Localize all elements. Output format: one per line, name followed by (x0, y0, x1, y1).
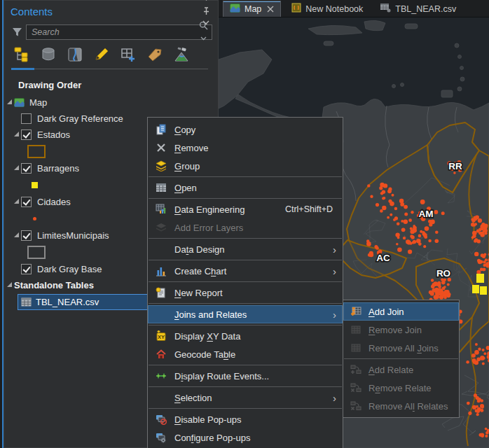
menu-item-add-error-layers: Add Error Layers (148, 218, 343, 237)
pin-icon[interactable] (200, 5, 212, 18)
group-layers-icon (153, 160, 169, 172)
expander-icon[interactable] (14, 199, 19, 204)
state-label-rr: RR (448, 161, 462, 172)
join-gray-icon (348, 342, 364, 354)
submenu-arrow-icon: › (333, 393, 336, 403)
menu-item-remove-relate: Remove Relate (343, 379, 459, 397)
menu-item-create-chart[interactable]: Create Chart› (148, 262, 343, 280)
toolbar-tab-editing[interactable] (91, 46, 112, 64)
menu-item-geocode-table[interactable]: Geocode Table (148, 345, 343, 363)
visibility-checkbox[interactable] (21, 113, 32, 124)
toolbar-tab-perspective[interactable] (171, 46, 192, 64)
menu-item-selection[interactable]: Selection› (148, 388, 343, 407)
menu-separator (149, 303, 342, 304)
search-box (26, 24, 212, 40)
menu-separator (149, 408, 342, 409)
report-icon (153, 287, 169, 298)
menu-item-add-join[interactable]: Add Join (343, 302, 459, 321)
map-thumb-icon (230, 4, 240, 15)
symbol-rect-orange[interactable] (27, 145, 46, 158)
menu-separator (344, 358, 458, 359)
state-label-am: AM (419, 209, 434, 219)
view-tab-bar: MapNew NotebookTBL_NEAR.csv (219, 0, 489, 18)
layer-context-menu: CopyRemoveGroupOpenData EngineeringCtrl+… (147, 117, 343, 448)
contents-pane-header: Contents (4, 1, 218, 22)
submenu-arrow-icon: › (333, 309, 336, 320)
menu-separator (149, 386, 342, 387)
menu-item-data-design[interactable]: Data Design› (148, 240, 343, 258)
chevron-down-small-icon[interactable] (198, 32, 208, 45)
error-layers-icon (153, 222, 169, 233)
symbol-dot-orange[interactable] (33, 217, 36, 220)
view-tab-new-notebook[interactable]: New Notebook (285, 1, 369, 17)
expander-icon[interactable] (14, 165, 19, 170)
remove-relate-icon (348, 382, 364, 393)
menu-item-copy[interactable]: Copy (148, 120, 343, 139)
toolbar-tab-labeling[interactable] (144, 46, 165, 64)
symbol-square-yellow[interactable] (32, 182, 38, 188)
drawing-order-label: Drawing Order (18, 80, 218, 90)
expander-icon[interactable] (14, 132, 19, 136)
chart-icon (153, 265, 169, 276)
toolbar-tab-drawing-order[interactable] (11, 46, 32, 64)
svg-text:XY: XY (158, 334, 165, 340)
toolbar-active-underline (11, 68, 208, 70)
menu-item-display-route-events[interactable]: Display Route Events... (148, 367, 343, 385)
search-input[interactable] (30, 27, 197, 38)
chevron-down-icon[interactable] (200, 0, 212, 5)
state-label-ac: AC (376, 253, 390, 263)
add-join-icon (348, 306, 364, 317)
view-tab-map[interactable]: Map (223, 1, 281, 17)
menu-item-joins-and-relates[interactable]: Joins and Relates› (148, 305, 343, 323)
submenu-arrow-icon: › (333, 266, 336, 276)
toolbar-tab-data-source[interactable] (38, 46, 59, 64)
geocode-icon (153, 349, 169, 360)
menu-item-group[interactable]: Group (148, 157, 343, 175)
menu-item-new-report[interactable]: New Report (148, 284, 343, 302)
visibility-checkbox[interactable] (21, 230, 32, 241)
menu-separator (149, 198, 342, 199)
expander-icon[interactable] (14, 232, 19, 237)
visibility-checkbox[interactable] (21, 264, 32, 274)
map-thumb-icon (14, 98, 25, 107)
view-tab-tbl-near-csv[interactable]: TBL_NEAR.csv (373, 1, 462, 17)
close-tab-icon[interactable] (267, 6, 274, 13)
menu-separator (149, 176, 342, 177)
data-engineering-icon (153, 204, 169, 215)
join-gray-icon (348, 324, 364, 335)
menu-item-open[interactable]: Open (148, 178, 343, 197)
symbol-rect-gray[interactable] (27, 246, 46, 259)
arcgis-window: Contents Drawing Order MapDark Gray Refe… (0, 0, 489, 448)
layer-row-map[interactable]: Map (4, 94, 218, 111)
table-grid-icon (21, 298, 32, 307)
expander-icon[interactable] (7, 282, 12, 287)
expander-icon[interactable] (7, 99, 12, 104)
contents-toolbar (4, 40, 218, 67)
visibility-checkbox[interactable] (21, 130, 32, 140)
submenu-arrow-icon: › (333, 244, 336, 255)
joins-and-relates-submenu: Add JoinRemove JoinRemove All JoinsAdd R… (343, 300, 460, 418)
shortcut-label: Ctrl+Shift+D (285, 204, 333, 214)
magnifier-icon[interactable] (198, 20, 208, 32)
remove-x-icon (153, 142, 169, 153)
filter-icon[interactable] (10, 27, 24, 37)
menu-item-data-engineering[interactable]: Data EngineeringCtrl+Shift+D (148, 200, 343, 218)
toolbar-tab-selection-list[interactable] (64, 46, 85, 64)
state-label-ro: RO (436, 268, 450, 279)
menu-item-remove[interactable]: Remove (148, 139, 343, 157)
menu-item-remove-join: Remove Join (343, 321, 459, 339)
toolbar-tab-snapping[interactable] (118, 46, 139, 64)
visibility-checkbox[interactable] (21, 163, 32, 174)
menu-separator (149, 281, 342, 282)
menu-item-remove-all-relates: Remove All Relates (343, 397, 459, 415)
menu-item-display-xy-data[interactable]: XYDisplay XY Data (148, 327, 343, 345)
menu-separator (149, 365, 342, 365)
visibility-checkbox[interactable] (21, 197, 32, 207)
pane-focus-accent (2, 0, 4, 448)
menu-separator (149, 238, 342, 239)
disable-popups-icon (153, 414, 169, 425)
menu-item-add-relate: Add Relate (343, 360, 459, 379)
menu-item-disable-pop-ups[interactable]: Disable Pop-ups (148, 410, 343, 428)
menu-item-configure-pop-ups[interactable]: Configure Pop-ups (148, 428, 343, 447)
notebook-icon (291, 3, 301, 15)
